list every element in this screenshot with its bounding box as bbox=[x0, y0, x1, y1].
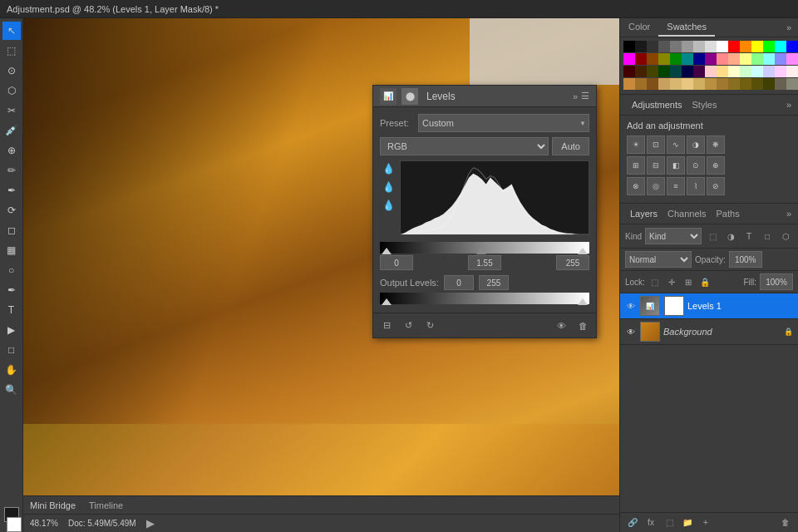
swatch[interactable] bbox=[728, 66, 740, 77]
swatch[interactable] bbox=[658, 66, 670, 77]
swatch[interactable] bbox=[751, 41, 763, 52]
swatch[interactable] bbox=[786, 78, 798, 90]
layers-tab[interactable]: Layers bbox=[627, 207, 661, 220]
props-menu[interactable]: ☰ bbox=[581, 91, 589, 101]
swatch[interactable] bbox=[693, 78, 705, 90]
hand-tool[interactable]: ✋ bbox=[2, 361, 21, 379]
lasso-tool[interactable]: ⊙ bbox=[2, 62, 21, 80]
swatch[interactable] bbox=[740, 78, 751, 90]
swatch[interactable] bbox=[763, 78, 775, 90]
invert-adj[interactable]: ◎ bbox=[647, 177, 665, 195]
gradient-tool[interactable]: ▦ bbox=[2, 241, 21, 259]
swatch[interactable] bbox=[647, 41, 658, 52]
path-select-tool[interactable]: ▶ bbox=[2, 321, 21, 339]
delete-button[interactable]: 🗑 bbox=[574, 318, 591, 334]
swatch[interactable] bbox=[670, 78, 682, 90]
visibility-button[interactable]: 👁 bbox=[553, 318, 569, 334]
mini-bridge-tab[interactable]: Mini Bridge bbox=[30, 500, 76, 510]
swatch[interactable] bbox=[682, 78, 693, 90]
crop-tool[interactable]: ✂ bbox=[2, 101, 21, 120]
swatch[interactable] bbox=[682, 41, 693, 52]
swatch[interactable] bbox=[775, 66, 786, 77]
swatch[interactable] bbox=[775, 41, 786, 52]
colorbalance-adj[interactable]: ⊟ bbox=[647, 156, 665, 175]
eraser-tool[interactable]: ◻ bbox=[2, 221, 21, 239]
layer-visibility-bg[interactable]: 👁 bbox=[625, 326, 637, 337]
output-min-field[interactable]: 0 bbox=[444, 275, 474, 290]
shape-tool[interactable]: □ bbox=[2, 341, 21, 359]
swatch[interactable] bbox=[623, 78, 635, 90]
styles-tab[interactable]: Styles bbox=[687, 98, 722, 111]
delete-layer-btn[interactable]: 🗑 bbox=[778, 515, 793, 530]
swatch[interactable] bbox=[623, 53, 635, 65]
output-max-field[interactable]: 255 bbox=[479, 275, 509, 290]
adj-menu[interactable]: » bbox=[786, 100, 791, 110]
swatch[interactable] bbox=[740, 53, 751, 65]
black-input-thumb[interactable] bbox=[382, 248, 392, 254]
white-point-eyedropper[interactable]: 💧 bbox=[380, 197, 397, 214]
swatch[interactable] bbox=[751, 78, 763, 90]
swatch[interactable] bbox=[670, 66, 682, 77]
swatch[interactable] bbox=[786, 41, 798, 52]
channel-select[interactable]: RGB bbox=[380, 137, 549, 155]
history-tool[interactable]: ⟳ bbox=[2, 201, 21, 219]
clone-tool[interactable]: ✒ bbox=[2, 181, 21, 200]
swatch[interactable] bbox=[763, 41, 775, 52]
filter-pixel-btn[interactable]: ⬚ bbox=[705, 229, 720, 244]
kind-select[interactable]: Kind bbox=[645, 228, 702, 244]
swatch[interactable] bbox=[635, 66, 647, 77]
swatch[interactable] bbox=[623, 66, 635, 77]
swatch[interactable] bbox=[786, 53, 798, 65]
input-max-field[interactable]: 255 bbox=[556, 255, 589, 270]
move-tool[interactable]: ↖ bbox=[2, 22, 21, 40]
new-layer-btn[interactable]: + bbox=[698, 515, 713, 530]
status-arrow[interactable]: ▶ bbox=[146, 517, 155, 530]
background-color[interactable] bbox=[7, 517, 22, 532]
swatch[interactable] bbox=[751, 53, 763, 65]
black-output-thumb[interactable] bbox=[382, 298, 392, 305]
bw-adj[interactable]: ◧ bbox=[667, 156, 685, 175]
layer-row-levels[interactable]: 👁 📊 Levels 1 bbox=[620, 293, 798, 319]
healing-tool[interactable]: ⊕ bbox=[2, 141, 21, 160]
filter-type-btn[interactable]: T bbox=[741, 229, 756, 244]
lock-pixels-btn[interactable]: ⬚ bbox=[648, 275, 662, 288]
add-mask-btn[interactable]: ⬚ bbox=[662, 515, 677, 530]
levels-adj[interactable]: ⊡ bbox=[647, 135, 665, 154]
reset-button[interactable]: ↻ bbox=[421, 318, 438, 334]
gray-point-eyedropper[interactable]: 💧 bbox=[380, 179, 397, 195]
add-style-btn[interactable]: fx bbox=[643, 515, 658, 530]
swatch[interactable] bbox=[693, 41, 705, 52]
swatch[interactable] bbox=[717, 41, 728, 52]
swatch[interactable] bbox=[647, 78, 658, 90]
adjustments-tab[interactable]: Adjustments bbox=[627, 98, 687, 111]
threshold-adj[interactable]: ⌇ bbox=[687, 177, 705, 195]
swatch[interactable] bbox=[693, 66, 705, 77]
swatch[interactable] bbox=[670, 41, 682, 52]
black-point-eyedropper[interactable]: 💧 bbox=[380, 160, 397, 177]
brightness-adj[interactable]: ☀ bbox=[627, 135, 645, 154]
input-mid-field[interactable]: 1.55 bbox=[468, 255, 501, 270]
histogram-tab-icon[interactable]: 📊 bbox=[380, 88, 397, 105]
swatch[interactable] bbox=[682, 66, 693, 77]
input-min-field[interactable]: 0 bbox=[380, 255, 413, 270]
layer-visibility-levels[interactable]: 👁 bbox=[625, 300, 637, 312]
lock-artboard-btn[interactable]: ⊞ bbox=[682, 275, 695, 288]
photofilter-adj[interactable]: ⊙ bbox=[687, 156, 705, 175]
swatch[interactable] bbox=[775, 53, 786, 65]
swatch[interactable] bbox=[786, 66, 798, 77]
lock-all-btn[interactable]: 🔒 bbox=[698, 275, 712, 288]
opacity-input[interactable]: 100% bbox=[729, 251, 762, 268]
swatch[interactable] bbox=[693, 53, 705, 65]
swatch[interactable] bbox=[658, 53, 670, 65]
swatch[interactable] bbox=[705, 78, 717, 90]
swatch[interactable] bbox=[763, 53, 775, 65]
swatch[interactable] bbox=[751, 66, 763, 77]
selectcolor-adj[interactable]: ⊘ bbox=[707, 177, 725, 195]
swatch[interactable] bbox=[775, 78, 786, 90]
colorlookup-adj[interactable]: ⊗ bbox=[627, 177, 645, 195]
filter-adj-btn[interactable]: ◑ bbox=[723, 229, 738, 244]
new-group-btn[interactable]: 📁 bbox=[680, 515, 695, 530]
link-layers-btn[interactable]: 🔗 bbox=[625, 515, 640, 530]
swatches-tab[interactable]: Swatches bbox=[658, 18, 715, 37]
swatch[interactable] bbox=[705, 66, 717, 77]
